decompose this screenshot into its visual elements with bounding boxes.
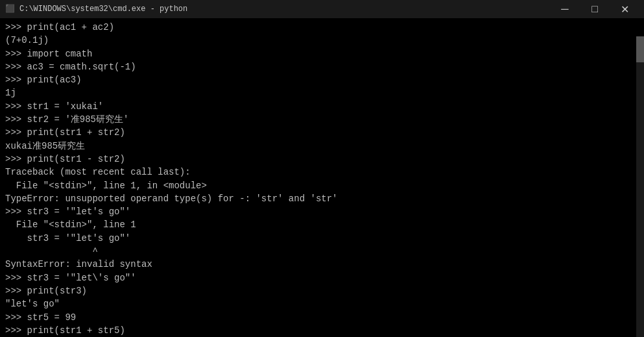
scrollbar[interactable] [636,36,644,337]
terminal-line: >>> str1 = 'xukai' [5,100,639,113]
terminal-line: >>> str3 = '"let\'s go"' [5,271,639,284]
terminal-line: Traceback (most recent call last): [5,166,639,179]
terminal-line: >>> print(str1 + str2) [5,126,639,139]
terminal-line: >>> print(str1 + str5) [5,324,639,337]
terminal-line: (7+0.1j) [5,34,639,47]
title-bar-title: C:\WINDOWS\system32\cmd.exe - python [19,5,187,14]
maximize-button[interactable]: □ [580,0,609,18]
terminal-line: >>> ac3 = cmath.sqrt(-1) [5,60,639,73]
terminal-output[interactable]: >>> print(ac1 + ac2)(7+0.1j)>>> import c… [0,18,644,337]
terminal-line: File "<stdin>", line 1, in <module> [5,179,639,192]
terminal-line: str3 = '"let's go"' [5,232,639,245]
terminal-line: >>> str2 = '准985研究生' [5,113,639,126]
terminal-line: >>> import cmath [5,47,639,60]
terminal-line: >>> print(str1 - str2) [5,153,639,166]
terminal-container: >>> print(ac1 + ac2)(7+0.1j)>>> import c… [0,18,644,337]
terminal-line: >>> str3 = '"let's go"' [5,205,639,218]
terminal-line: TypeError: unsupported operand type(s) f… [5,192,639,205]
scrollbar-thumb[interactable] [636,36,644,62]
cmd-icon: ⬛ [5,4,16,14]
title-bar: ⬛ C:\WINDOWS\system32\cmd.exe - python ─… [0,0,644,18]
minimize-button[interactable]: ─ [551,0,579,18]
terminal-line: >>> print(ac1 + ac2) [5,21,639,34]
terminal-line: xukai准985研究生 [5,140,639,153]
terminal-line: >>> print(str3) [5,284,639,297]
title-bar-controls: ─ □ ✕ [551,0,639,18]
terminal-line: "let's go" [5,297,639,310]
title-bar-left: ⬛ C:\WINDOWS\system32\cmd.exe - python [5,4,187,14]
terminal-line: >>> print(ac3) [5,73,639,86]
terminal-line: SyntaxError: invalid syntax [5,258,639,271]
terminal-line: File "<stdin>", line 1 [5,218,639,231]
close-button[interactable]: ✕ [610,0,639,18]
terminal-line: 1j [5,86,639,99]
terminal-line: >>> str5 = 99 [5,311,639,324]
terminal-line: ^ [5,245,639,258]
